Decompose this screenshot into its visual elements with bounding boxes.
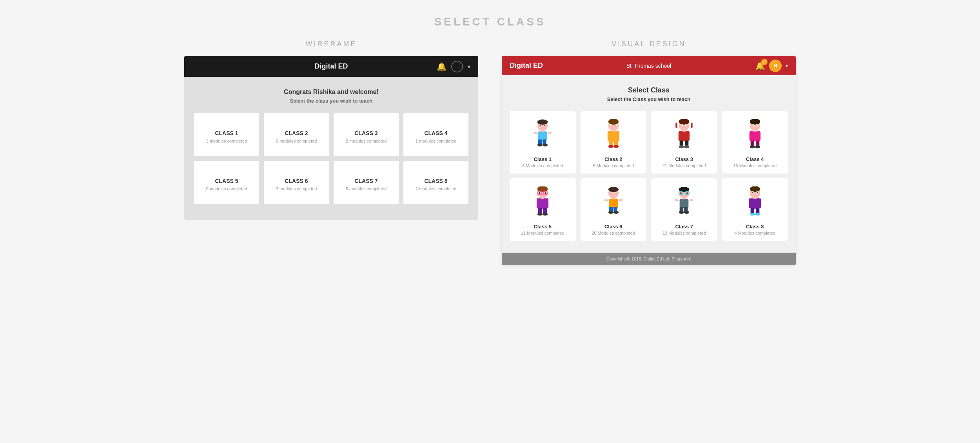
class-character — [527, 184, 558, 220]
vd-header-icons: 🔔 3 H ▾ — [755, 60, 788, 72]
svg-point-52 — [755, 145, 760, 148]
svg-point-46 — [752, 125, 753, 126]
svg-point-1 — [537, 119, 548, 125]
svg-point-103 — [757, 192, 758, 193]
svg-rect-11 — [534, 132, 537, 134]
vd-class-card[interactable]: Class 2 5 Modules completed — [581, 111, 647, 174]
bell-icon[interactable]: 🔔 — [437, 62, 446, 71]
svg-rect-13 — [541, 130, 544, 132]
wf-class-card[interactable]: CLASS 4 1 modules completed — [403, 113, 468, 156]
svg-point-66 — [537, 213, 543, 216]
svg-point-78 — [608, 211, 613, 214]
page-title: SELECT CLASS — [434, 16, 546, 28]
wf-body: Congrats Rishika and welcome! Select the… — [184, 77, 478, 220]
vd-modules-completed: 20 Modules completed — [592, 231, 635, 235]
svg-point-59 — [539, 192, 541, 194]
vd-modules-completed: 3 Modules completed — [522, 163, 563, 168]
svg-rect-96 — [690, 199, 693, 201]
wf-class-name: CLASS 1 — [198, 130, 255, 136]
wf-class-card[interactable]: CLASS 6 3 modules completed — [264, 161, 329, 204]
vd-class-name: Class 4 — [746, 156, 764, 162]
svg-point-93 — [679, 211, 684, 214]
svg-point-110 — [755, 213, 760, 216]
wireframe-label: WIRERAME — [184, 40, 478, 48]
vd-brand: Digital ED — [510, 61, 543, 70]
wireframe-panel: Digital ED 🔔 ▾ Congrats Rishika and welc… — [184, 56, 478, 220]
svg-rect-97 — [682, 197, 686, 199]
class-character — [668, 184, 700, 220]
svg-rect-48 — [750, 131, 760, 141]
vd-class-name: Class 7 — [675, 224, 693, 230]
wf-header: Digital ED 🔔 ▾ — [184, 56, 478, 77]
svg-point-18 — [611, 125, 612, 126]
wf-class-card[interactable]: CLASS 7 5 modules completed — [334, 161, 399, 204]
wf-avatar[interactable] — [451, 61, 463, 72]
vd-bell-wrap[interactable]: 🔔 3 — [755, 61, 765, 71]
wf-class-card[interactable]: CLASS 3 2 modules completed — [334, 113, 399, 156]
visual-label: VISUAL DESIGN — [502, 40, 796, 48]
svg-point-84 — [679, 187, 689, 192]
visual-panel: Digital ED St' Thomas school 🔔 3 H ▾ Sel… — [502, 56, 796, 265]
vd-class-card[interactable]: Class 4 16 Modules completed — [722, 111, 788, 174]
svg-point-19 — [615, 125, 616, 126]
vd-avatar[interactable]: H — [769, 60, 782, 72]
svg-rect-106 — [759, 198, 761, 208]
svg-point-51 — [750, 145, 755, 148]
vd-class-card[interactable]: Class 3 21 Modules completed — [651, 111, 717, 174]
wf-modules-completed: 3 modules completed — [198, 139, 255, 143]
svg-point-10 — [543, 143, 548, 146]
wf-class-card[interactable]: CLASS 5 0 modules completed — [194, 161, 259, 204]
vd-chevron-icon: ▾ — [786, 63, 788, 69]
vd-class-card[interactable]: Class 5 11 Modules completed — [510, 178, 576, 241]
vd-class-card[interactable]: Class 8 4 Modules completed — [722, 178, 788, 241]
wf-class-name: CLASS 3 — [338, 130, 395, 136]
wf-class-name: CLASS 8 — [407, 178, 465, 184]
wf-greeting-main: Congrats Rishika and welcome! — [194, 89, 468, 96]
wf-class-card[interactable]: CLASS 2 6 modules completed — [264, 113, 329, 156]
svg-rect-12 — [548, 132, 552, 134]
svg-rect-21 — [608, 131, 610, 141]
svg-point-47 — [757, 125, 758, 126]
wf-greeting: Congrats Rishika and welcome! Select the… — [194, 89, 468, 104]
vd-modules-completed: 19 Modules completed — [662, 231, 706, 235]
vd-class-card[interactable]: Class 6 20 Modules completed — [581, 178, 647, 241]
svg-point-5 — [544, 125, 545, 126]
vd-heading-main: Select Class — [510, 86, 788, 94]
wf-class-card[interactable]: CLASS 1 3 modules completed — [194, 113, 259, 156]
vd-modules-completed: 21 Modules completed — [662, 163, 706, 168]
vd-class-grid: Class 1 3 Modules completed Class 2 5 Mo… — [510, 111, 788, 241]
svg-rect-81 — [619, 199, 622, 201]
wf-modules-completed: 0 modules completed — [198, 186, 255, 191]
vd-class-name: Class 8 — [746, 224, 764, 230]
wf-class-card[interactable]: CLASS 8 2 modules completed — [403, 161, 468, 204]
wf-modules-completed: 3 modules completed — [268, 186, 325, 191]
wf-class-name: CLASS 4 — [407, 130, 465, 136]
svg-point-74 — [615, 193, 615, 193]
vd-modules-completed: 4 Modules completed — [734, 231, 775, 235]
vd-header: Digital ED St' Thomas school 🔔 3 H ▾ — [502, 56, 796, 75]
wf-modules-completed: 6 modules completed — [268, 139, 325, 143]
svg-point-35 — [686, 125, 687, 126]
vd-class-name: Class 6 — [604, 224, 622, 230]
svg-rect-36 — [679, 131, 690, 141]
class-character — [668, 117, 700, 152]
class-character — [739, 184, 771, 220]
svg-rect-104 — [750, 198, 760, 208]
chevron-icon: ▾ — [468, 63, 470, 70]
wf-modules-completed: 5 modules completed — [338, 186, 395, 191]
vd-class-card[interactable]: Class 7 19 Modules completed — [651, 178, 717, 241]
svg-point-70 — [608, 187, 619, 192]
vd-class-name: Class 1 — [534, 156, 552, 162]
class-character — [598, 184, 629, 220]
wf-modules-completed: 2 modules completed — [338, 139, 395, 143]
vd-notification-badge: 3 — [761, 59, 768, 65]
svg-point-89 — [686, 192, 688, 194]
vd-class-name: Class 3 — [675, 156, 693, 162]
svg-point-79 — [613, 211, 619, 214]
svg-point-60 — [545, 192, 546, 194]
svg-rect-68 — [541, 197, 544, 199]
vd-class-card[interactable]: Class 1 3 Modules completed — [510, 111, 576, 174]
svg-point-9 — [537, 143, 543, 146]
vd-class-name: Class 2 — [604, 156, 622, 162]
svg-rect-111 — [753, 197, 757, 199]
